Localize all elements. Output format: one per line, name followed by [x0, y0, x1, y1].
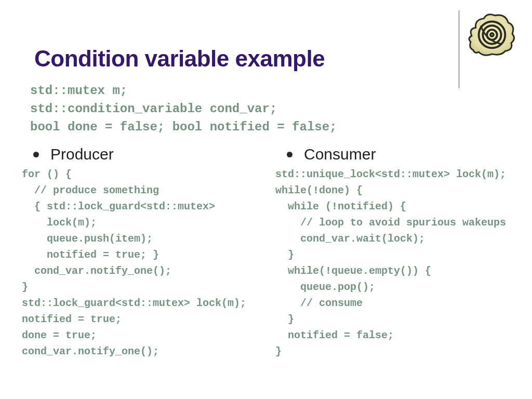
- bullet-icon: [33, 152, 39, 157]
- consumer-heading-text: Consumer: [304, 145, 376, 163]
- snail-icon: [466, 10, 521, 56]
- decl-line: std::condition_variable cond_var;: [30, 100, 513, 118]
- consumer-code: std::unique_lock<std::mutex> lock(m); wh…: [275, 166, 513, 360]
- producer-column: Producer for () { // produce something {…: [19, 145, 260, 360]
- slide: Condition variable example std::mutex m;…: [0, 0, 532, 399]
- decl-line: std::mutex m;: [30, 82, 513, 100]
- slide-title: Condition variable example: [34, 46, 513, 72]
- columns: Producer for () { // produce something {…: [19, 145, 513, 360]
- consumer-column: Consumer std::unique_lock<std::mutex> lo…: [272, 145, 513, 360]
- producer-heading: Producer: [33, 145, 260, 163]
- producer-heading-text: Producer: [50, 145, 114, 163]
- consumer-heading: Consumer: [287, 145, 513, 163]
- bullet-icon: [287, 152, 292, 157]
- producer-code: for () { // produce something { std::loc…: [22, 166, 260, 360]
- decl-line: bool done = false; bool notified = false…: [30, 118, 513, 137]
- declarations-block: std::mutex m; std::condition_variable co…: [30, 82, 513, 136]
- logo-divider: [459, 10, 459, 88]
